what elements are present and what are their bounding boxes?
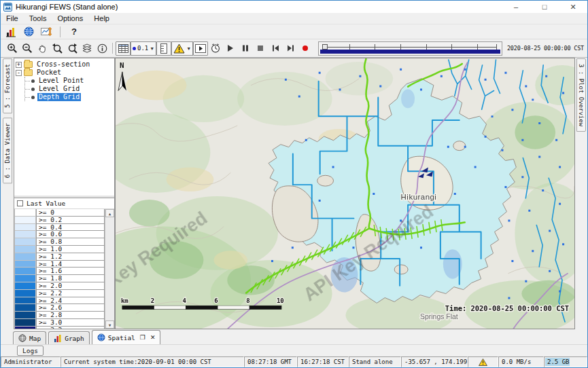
warning-icon (479, 358, 487, 366)
place-label: Springs Flat (420, 313, 458, 320)
tab-plot-overview[interactable]: 3 : Plot Overview (576, 58, 586, 132)
tree-node-depth-grid[interactable]: Depth Grid (25, 93, 113, 101)
bullet-icon (31, 96, 35, 99)
globe-icon (97, 333, 105, 342)
svg-text:6: 6 (214, 297, 218, 304)
scale-button[interactable] (156, 41, 171, 56)
warning-icon (173, 43, 185, 54)
tree-node-level-grid[interactable]: Level Grid (25, 85, 113, 93)
svg-text:km: km (121, 297, 128, 304)
status-mode: Stand alone (349, 356, 401, 367)
maximize-button[interactable]: □ (530, 1, 559, 13)
menu-bar: File Tools Options Help (1, 13, 587, 24)
legend-row[interactable]: >= 3.2 (14, 327, 105, 329)
warning-dropdown[interactable]: ▼ (171, 41, 193, 56)
skip-to-end-button[interactable] (283, 41, 298, 56)
window-title: Hikurangi FEWS (Stand alone) (16, 3, 118, 11)
bottom-tab-bar: Map Graph Spatial ❐ ✕ (1, 329, 587, 344)
layers-button[interactable] (80, 41, 94, 56)
info-button[interactable] (94, 41, 109, 56)
close-button[interactable]: ✕ (559, 1, 587, 13)
time-slider[interactable] (318, 41, 502, 56)
zoom-out-button[interactable] (20, 41, 35, 56)
help-button[interactable]: ? (67, 26, 81, 38)
zoom-previous-button[interactable] (50, 41, 65, 56)
tree-node-cross-section[interactable]: + Cross-section (16, 60, 113, 69)
spatial-display-button[interactable] (39, 26, 53, 38)
folder-icon (24, 61, 33, 68)
boxed-play-icon (195, 44, 206, 53)
pan-button[interactable] (35, 41, 50, 56)
menu-tools[interactable]: Tools (24, 14, 52, 22)
status-memory: 2.5 GB (544, 356, 587, 367)
animate-button[interactable] (193, 41, 208, 56)
layer-tree: + Cross-section - Pocket Level Point (14, 58, 114, 198)
legend-label: >= 0.2 (36, 217, 105, 224)
minimize-button[interactable]: – (502, 1, 530, 13)
zoom-next-button[interactable] (65, 41, 80, 56)
toolbar-separator (60, 26, 60, 37)
logs-display-button[interactable] (4, 26, 18, 38)
zoom-in-button[interactable] (5, 41, 20, 56)
last-value-checkbox[interactable] (17, 200, 23, 206)
main-area: 5 : Forecast 6 : Data Viewer + Cross-sec… (1, 58, 587, 329)
tab-map[interactable]: Map (13, 331, 46, 344)
status-system-time: Current system time:2020-09-01 00:00 CST (60, 356, 244, 367)
time-slider-range-bar (320, 50, 500, 54)
set-time-button[interactable] (208, 41, 223, 56)
status-warning-cell[interactable] (468, 356, 498, 367)
tree-node-label: Pocket (35, 69, 63, 77)
record-button[interactable] (298, 41, 313, 56)
tree-node-label: Cross-section (35, 60, 91, 69)
tree-connector (25, 97, 30, 98)
menu-options[interactable]: Options (52, 14, 88, 22)
time-slider-thumb[interactable] (322, 44, 328, 50)
threshold-value: 0.1 (137, 45, 148, 52)
tab-data-viewer[interactable]: 6 : Data Viewer (3, 117, 12, 183)
legend-row[interactable]: >= 1.2 (14, 253, 105, 261)
skip-to-start-button[interactable] (268, 41, 283, 56)
status-bar: Administrator Current system time:2020-0… (1, 356, 587, 367)
zoom-previous-icon (52, 43, 63, 54)
tab-close-icon[interactable]: ✕ (150, 334, 156, 341)
status-gmt-time: 08:27:18 GMT (244, 356, 297, 367)
legend-row[interactable]: >= 0.2 (14, 217, 105, 224)
legend-row[interactable]: >= 2.2 (14, 290, 105, 297)
legend-body: >= 0 >= 0.2 >= 0.4 >= 0.6 >= 0.8 >= 1.0 … (14, 209, 114, 329)
legend-label: >= 1.2 (36, 253, 105, 261)
status-local-time: 16:27:18 CST (297, 356, 349, 367)
tab-graph-label: Graph (65, 335, 84, 342)
scroll-down-icon[interactable]: ▼ (105, 320, 114, 329)
last-value-label: Last Value (27, 200, 65, 207)
help-icon: ? (71, 26, 77, 37)
tree-connector (25, 89, 30, 90)
logs-row: Logs (1, 344, 587, 356)
tab-spatial[interactable]: Spatial ❐ ✕ (92, 330, 161, 344)
legend-swatch (14, 297, 36, 305)
scroll-up-icon[interactable]: ▲ (105, 209, 114, 217)
stop-button[interactable] (253, 41, 268, 56)
pause-button[interactable] (238, 41, 253, 56)
status-coordinates: -35.657 , 174.199 (401, 356, 468, 367)
grid-display-button[interactable] (116, 41, 131, 56)
legend-swatch (14, 327, 36, 329)
menu-file[interactable]: File (1, 14, 24, 22)
play-button[interactable] (223, 41, 238, 56)
tab-forecast[interactable]: 5 : Forecast (3, 58, 12, 113)
bullet-icon (31, 79, 35, 83)
svg-text:2: 2 (151, 297, 154, 304)
tab-graph[interactable]: Graph (48, 331, 90, 344)
tree-node-pocket[interactable]: - Pocket (16, 69, 113, 77)
tree-node-level-point[interactable]: Level Point (25, 77, 113, 85)
map-view[interactable]: API Key Required API Key Required N km 2… (115, 58, 575, 329)
expander-icon[interactable]: + (16, 62, 22, 68)
app-icon (3, 3, 12, 12)
logs-button[interactable]: Logs (17, 346, 44, 356)
svg-text:8: 8 (246, 297, 249, 304)
threshold-dropdown[interactable]: 0.1 ▼ (131, 41, 156, 56)
menu-help[interactable]: Help (88, 14, 115, 22)
legend-scrollbar[interactable]: ▲ ▼ (105, 209, 114, 329)
map-display-button[interactable] (22, 26, 35, 38)
expander-icon[interactable]: - (16, 70, 22, 76)
tab-maximize-icon[interactable]: ❐ (140, 334, 145, 341)
